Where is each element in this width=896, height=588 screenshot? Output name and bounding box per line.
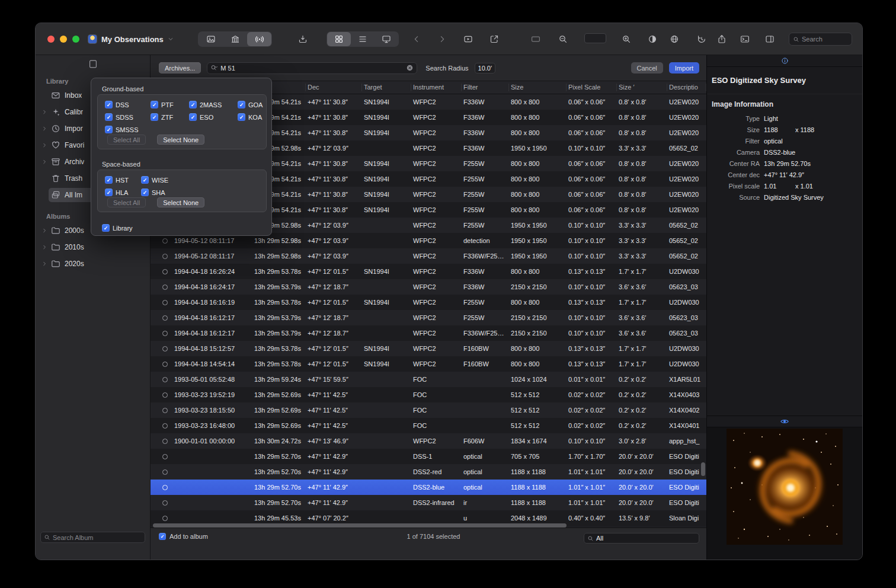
checkbox-wise[interactable]: ✓WISE — [141, 176, 168, 184]
import-toolbar-button[interactable] — [295, 32, 311, 46]
checkbox-eso[interactable]: ✓ESO — [189, 113, 213, 121]
archives-button[interactable]: Archives... — [159, 62, 201, 74]
window-title-group[interactable]: My Observations — [88, 23, 174, 55]
toolbar-search-input[interactable]: Search — [789, 33, 852, 46]
vertical-scrollbar[interactable] — [701, 462, 705, 476]
table-row[interactable]: 1994-04-18 14:54:1413h 29m 53.78s+47° 12… — [151, 356, 706, 372]
table-row[interactable]: 1993-03-23 19:52:1913h 29m 52.69s+47° 11… — [151, 387, 706, 402]
console-button[interactable] — [737, 32, 753, 46]
space-select-none-button[interactable]: Select None — [157, 197, 204, 207]
checkmark-icon: ✓ — [102, 224, 110, 232]
checkbox-sdss[interactable]: ✓SDSS — [105, 113, 133, 121]
album-search-input[interactable]: Search Album — [40, 532, 145, 543]
table-row[interactable]: 13h 29m 52.70s+47° 11′ 42.9″DSS2-redopti… — [151, 464, 706, 480]
column-header-size-arcmin[interactable]: Size ′ — [617, 84, 667, 91]
table-row[interactable]: 1993-03-23 18:15:5013h 29m 52.69s+47° 11… — [151, 402, 706, 418]
cancel-button[interactable]: Cancel — [631, 62, 663, 74]
card-view-button[interactable] — [528, 32, 543, 46]
table-row[interactable]: 1994-04-18 16:24:1713h 29m 53.79s+47° 12… — [151, 279, 706, 295]
cell-size-arcmin: 0.8′ x 0.8′ — [617, 129, 667, 136]
list-view-button[interactable] — [351, 32, 375, 46]
cell-size: 800 x 800 — [509, 360, 567, 368]
checkmark-icon: ✓ — [105, 113, 113, 121]
table-row[interactable]: 1993-03-23 16:48:0013h 29m 52.69s+47° 11… — [151, 418, 706, 433]
checkbox-dss[interactable]: ✓DSS — [105, 101, 129, 108]
column-header-dec[interactable]: Dec — [306, 84, 362, 91]
sidebar-item-2010s[interactable]: 2010s — [36, 239, 150, 255]
table-row[interactable]: 13h 29m 52.70s+47° 11′ 42.9″DSS-1optical… — [151, 449, 706, 464]
disclosure-chevron-icon[interactable] — [40, 159, 49, 165]
zoom-level-field[interactable] — [584, 33, 606, 43]
export-button[interactable] — [487, 32, 502, 46]
table-row[interactable]: 13h 29m 52.70s+47° 11′ 42.9″DSS2-blueopt… — [151, 480, 706, 495]
close-button[interactable] — [47, 36, 55, 43]
cell-filter: optical — [462, 484, 509, 491]
table-row[interactable]: 1994-04-18 16:16:1913h 29m 53.78s+47° 12… — [151, 295, 706, 310]
ground-select-all-button[interactable]: Select All — [107, 135, 146, 145]
disclosure-chevron-icon[interactable] — [40, 142, 49, 148]
cell-filter: F336W/F25… — [462, 253, 509, 260]
plate-solve-button[interactable] — [667, 32, 682, 46]
eye-icon[interactable] — [780, 417, 789, 426]
disclosure-chevron-icon[interactable] — [40, 261, 49, 267]
archive-search-input[interactable]: M 51 — [207, 62, 417, 74]
search-radius-field[interactable]: 10.0′ — [475, 63, 495, 74]
table-row[interactable]: 1994-04-18 15:12:5713h 29m 53.78s+47° 12… — [151, 341, 706, 356]
checkbox-smsss[interactable]: ✓SMSSS — [105, 126, 139, 133]
zoom-out-button[interactable] — [555, 32, 571, 46]
cell-instrument: WFPC2 — [411, 129, 462, 136]
zoom-button[interactable] — [72, 36, 79, 43]
info-icon[interactable] — [781, 57, 789, 65]
ground-select-none-button[interactable]: Select None — [157, 135, 204, 145]
import-button[interactable]: Import — [669, 62, 699, 74]
table-row[interactable]: 1993-05-01 05:52:4813h 29m 59.24s+47° 15… — [151, 372, 706, 387]
table-row[interactable]: 13h 29m 52.70s+47° 11′ 42.9″DSS2-infrare… — [151, 495, 706, 510]
back-button[interactable] — [409, 32, 424, 46]
minimize-button[interactable] — [60, 36, 67, 43]
disclosure-chevron-icon[interactable] — [40, 244, 49, 250]
table-row[interactable]: 1900-01-01 00:00:0013h 30m 24.72s+47° 13… — [151, 433, 706, 449]
observatory-view-button[interactable] — [223, 32, 247, 46]
checkbox-sha[interactable]: ✓SHA — [141, 188, 165, 196]
live-view-button[interactable] — [247, 32, 271, 46]
disclosure-chevron-icon[interactable] — [40, 228, 49, 234]
column-header-target[interactable]: Target — [362, 84, 411, 91]
column-header-size[interactable]: Size — [509, 84, 567, 91]
checkbox-2mass[interactable]: ✓2MASS — [189, 101, 222, 108]
checkbox-hla[interactable]: ✓HLA — [105, 188, 128, 196]
disclosure-chevron-icon[interactable] — [40, 109, 49, 115]
sidebar-item-2020s[interactable]: 2020s — [36, 255, 150, 272]
table-row[interactable]: 1994-04-18 16:12:1713h 29m 53.79s+47° 12… — [151, 310, 706, 325]
add-to-album-checkbox[interactable]: ✓ — [159, 533, 166, 540]
table-row[interactable]: 1994-04-18 16:26:2413h 29m 53.78s+47° 12… — [151, 264, 706, 279]
column-header-description[interactable]: Descriptio — [667, 84, 706, 91]
checkbox-goa[interactable]: ✓GOA — [238, 101, 263, 108]
horizontal-scrollbar[interactable] — [153, 523, 567, 528]
grid-view-button[interactable] — [327, 32, 351, 46]
adjust-contrast-button[interactable] — [645, 32, 660, 46]
checkbox-koa[interactable]: ✓KOA — [238, 113, 262, 121]
cell-filter: optical — [462, 453, 509, 460]
library-checkbox[interactable]: ✓ Library — [102, 224, 133, 232]
forward-button[interactable] — [434, 32, 450, 46]
toggle-inspector-button[interactable] — [762, 32, 777, 46]
column-header-filter[interactable]: Filter — [462, 84, 509, 91]
history-button[interactable] — [694, 32, 709, 46]
checkbox-hst[interactable]: ✓HST — [105, 176, 129, 184]
clear-search-icon[interactable] — [406, 64, 414, 72]
result-filter-input[interactable]: All — [584, 533, 699, 544]
column-header-instrument[interactable]: Instrument — [411, 84, 462, 91]
photos-view-button[interactable] — [199, 32, 223, 46]
desktop-view-button[interactable] — [375, 32, 398, 46]
zoom-in-button[interactable] — [619, 32, 634, 46]
table-row[interactable]: 1994-05-12 08:11:1713h 29m 52.98s+47° 12… — [151, 248, 706, 264]
disclosure-chevron-icon[interactable] — [40, 126, 49, 132]
share-button[interactable] — [714, 32, 729, 46]
checkbox-ptf[interactable]: ✓PTF — [151, 101, 174, 108]
slideshow-button[interactable] — [460, 32, 476, 46]
row-status-icon — [162, 377, 168, 382]
column-header-pixel-scale[interactable]: Pixel Scale — [567, 84, 617, 91]
table-row[interactable]: 1994-04-18 16:12:1713h 29m 53.79s+47° 12… — [151, 325, 706, 341]
checkbox-ztf[interactable]: ✓ZTF — [151, 113, 173, 121]
space-select-all-button[interactable]: Select All — [107, 197, 146, 207]
